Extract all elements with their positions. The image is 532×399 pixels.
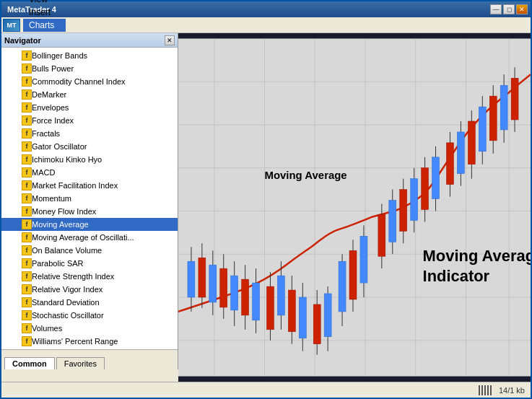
nav-item-volumes[interactable]: fVolumes	[1, 322, 178, 335]
nav-icon-standard-deviation: f	[22, 297, 32, 307]
nav-item-label-moving-average: Moving Average	[32, 220, 89, 229]
nav-item-money-flow-index[interactable]: fMoney Flow Index	[1, 205, 178, 218]
nav-icon-moving-average-oscillator: f	[22, 232, 32, 242]
nav-item-label-fractals: Fractals	[32, 129, 60, 138]
restore-button[interactable]: ◻	[503, 4, 515, 14]
nav-icon-bulls-power: f	[22, 63, 32, 74]
svg-rect-30	[266, 286, 274, 330]
nav-item-label-macd: MACD	[32, 168, 55, 177]
nav-item-label-bollinger-bands: Bollinger Bands	[32, 51, 87, 60]
svg-rect-34	[288, 290, 295, 332]
navigator-header: Navigator ✕	[1, 33, 178, 48]
nav-item-label-on-balance-volume: On Balance Volume	[32, 246, 102, 255]
nav-item-stochastic-oscillator[interactable]: fStochastic Oscillator	[1, 309, 178, 322]
nav-icon-parabolic-sar: f	[22, 258, 32, 268]
svg-rect-44	[349, 250, 357, 299]
svg-rect-54	[411, 179, 418, 221]
nav-icon-money-flow-index: f	[22, 206, 32, 216]
nav-item-force-index[interactable]: fForce Index	[1, 114, 178, 127]
close-button[interactable]: ✕	[516, 4, 528, 14]
nav-item-label-demarker: DeMarker	[32, 90, 66, 99]
nav-icon-envelopes: f	[22, 102, 32, 113]
svg-rect-70	[500, 85, 507, 130]
nav-item-momentum[interactable]: fMomentum	[1, 192, 178, 205]
nav-item-label-momentum: Momentum	[32, 194, 71, 203]
svg-rect-16	[188, 261, 195, 297]
nav-item-williams-percent-range[interactable]: fWilliams' Percent Range	[1, 335, 178, 348]
nav-icon-bollinger-bands: f	[22, 51, 32, 61]
nav-icon-ichimoku: f	[22, 154, 32, 165]
nav-item-moving-average[interactable]: fMoving Average	[1, 218, 178, 231]
svg-rect-66	[479, 107, 486, 152]
nav-item-label-relative-vigor-index: Relative Vigor Index	[32, 285, 103, 294]
status-icon	[479, 385, 493, 395]
nav-item-label-parabolic-sar: Parabolic SAR	[32, 259, 84, 268]
menu-bar: MT FileViewInsertChartsToolsWindowHelp	[1, 17, 531, 33]
nav-tab-common[interactable]: Common	[4, 357, 55, 369]
svg-rect-32	[277, 276, 284, 315]
navigator-tabs: CommonFavorites	[1, 349, 178, 369]
navigator-close-button[interactable]: ✕	[165, 35, 175, 45]
nav-item-parabolic-sar[interactable]: fParabolic SAR	[1, 257, 178, 270]
nav-item-label-standard-deviation: Standard Deviation	[32, 298, 100, 307]
nav-item-market-facilitation-index[interactable]: fMarket Facilitation Index	[1, 179, 178, 192]
nav-item-commodity-channel-index[interactable]: fCommodity Channel Index	[1, 75, 178, 88]
nav-item-bulls-power[interactable]: fBulls Power	[1, 62, 178, 75]
svg-rect-18	[199, 258, 206, 297]
svg-rect-42	[339, 261, 346, 312]
nav-icon-gator-oscillator: f	[22, 141, 32, 152]
svg-rect-28	[253, 283, 260, 320]
navigator-list: fBollinger BandsfBulls PowerfCommodity C…	[1, 48, 178, 349]
nav-item-label-envelopes: Envelopes	[32, 103, 69, 112]
status-size: 14/1 kb	[499, 386, 525, 395]
status-bar: 14/1 kb	[1, 382, 531, 398]
menu-item-view[interactable]: View	[23, 0, 66, 6]
menu-item-insert[interactable]: Insert	[23, 6, 66, 19]
nav-icon-momentum: f	[22, 193, 32, 203]
nav-icon-williams-percent-range: f	[22, 336, 32, 346]
nav-item-demarker[interactable]: fDeMarker	[1, 88, 178, 101]
svg-rect-72	[511, 78, 518, 120]
menu-item-charts[interactable]: Charts	[23, 19, 66, 32]
main-window: MetaTrader 4 — ◻ ✕ MT FileViewInsertChar…	[0, 0, 532, 399]
nav-item-label-bulls-power: Bulls Power	[32, 64, 74, 73]
svg-text:Moving Average: Moving Average	[423, 247, 531, 265]
nav-icon-on-balance-volume: f	[22, 245, 32, 255]
nav-icon-force-index: f	[22, 115, 32, 126]
nav-icon-fractals: f	[22, 128, 32, 139]
nav-item-ichimoku[interactable]: fIchimoku Kinko Hyo	[1, 153, 178, 166]
nav-item-relative-strength-index[interactable]: fRelative Strength Index	[1, 270, 178, 283]
nav-icon-stochastic-oscillator: f	[22, 310, 32, 320]
nav-item-bollinger-bands[interactable]: fBollinger Bands	[1, 49, 178, 62]
nav-item-relative-vigor-index[interactable]: fRelative Vigor Index	[1, 283, 178, 296]
svg-rect-40	[324, 294, 331, 337]
nav-icon-demarker: f	[22, 89, 32, 100]
title-bar-buttons: — ◻ ✕	[490, 4, 528, 14]
nav-icon-macd: f	[22, 167, 32, 177]
svg-rect-0	[178, 38, 531, 376]
nav-item-label-stochastic-oscillator: Stochastic Oscillator	[32, 311, 104, 320]
svg-text:Moving Average: Moving Average	[265, 169, 347, 181]
nav-icon-market-facilitation-index: f	[22, 180, 32, 190]
minimize-button[interactable]: —	[490, 4, 502, 14]
navigator-panel: Navigator ✕ fBollinger BandsfBulls Power…	[1, 33, 178, 382]
chart-area: Moving Average Moving Average Indicator	[178, 33, 531, 382]
nav-item-moving-average-oscillator[interactable]: fMoving Average of Oscillati...	[1, 231, 178, 244]
nav-item-macd[interactable]: fMACD	[1, 166, 178, 179]
nav-item-gator-oscillator[interactable]: fGator Oscillator	[1, 140, 178, 153]
nav-item-fractals[interactable]: fFractals	[1, 127, 178, 140]
nav-item-standard-deviation[interactable]: fStandard Deviation	[1, 296, 178, 309]
nav-icon-relative-vigor-index: f	[22, 284, 32, 294]
svg-rect-38	[313, 304, 320, 344]
nav-icon-relative-strength-index: f	[22, 271, 32, 281]
nav-item-label-moving-average-oscillator: Moving Average of Oscillati...	[32, 233, 134, 242]
nav-item-label-money-flow-index: Money Flow Index	[32, 207, 96, 216]
nav-item-label-gator-oscillator: Gator Oscillator	[32, 142, 87, 151]
nav-item-on-balance-volume[interactable]: fOn Balance Volume	[1, 244, 178, 257]
svg-rect-24	[231, 276, 238, 310]
svg-rect-64	[468, 121, 475, 165]
nav-icon-commodity-channel-index: f	[22, 76, 32, 87]
nav-item-envelopes[interactable]: fEnvelopes	[1, 101, 178, 114]
svg-rect-58	[432, 157, 440, 199]
nav-tab-favorites[interactable]: Favorites	[56, 357, 105, 369]
